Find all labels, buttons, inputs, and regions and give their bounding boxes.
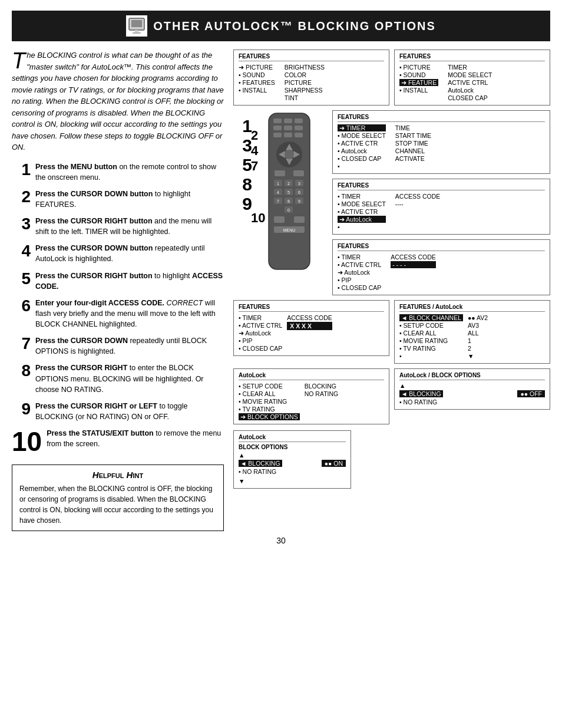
final-panel-row: AutoLock BLOCK OPTIONS ▲ ◄ BLOCKING ●● O…	[233, 430, 550, 489]
svg-rect-11	[273, 133, 282, 137]
panel-abo-movie: • MOVIE RATING	[239, 398, 300, 405]
panel-xx-timer: • TIMER	[239, 314, 282, 321]
step-5: 5 Press the CURSOR RIGHT button to highl…	[12, 271, 224, 292]
svg-rect-20	[275, 170, 285, 176]
panel-fa-active: • ACTIVE CTR	[338, 208, 386, 215]
remote-svg: 1 2 3 4 5 6 7 8	[257, 110, 322, 275]
step-content-8: Press the CURSOR RIGHT to enter the BLOC…	[35, 363, 224, 394]
panel-bc-2: 2	[468, 345, 488, 352]
step-content-7: Press the CURSOR DOWN repeatedly until B…	[35, 335, 224, 357]
panel-boo-no-rating: • NO RATING	[399, 398, 545, 406]
panel2-install: • INSTALL	[399, 87, 438, 94]
hint-title-text: Helpful Hint	[92, 470, 143, 480]
svg-rect-8	[273, 126, 282, 130]
panel-bon-up: ▲	[239, 452, 346, 459]
svg-text:9: 9	[298, 199, 300, 203]
panel-abo-tv: • TV RATING	[239, 406, 300, 413]
step-num-5: 5	[12, 271, 31, 287]
panel-fa-autolock-hl: ➜ AutoLock	[338, 216, 386, 223]
panel-fad-access-dashes: - - - -	[391, 261, 435, 268]
step-10: 10 Press the STATUS/EXIT button to remov…	[12, 428, 224, 455]
right-panels-stack: FEATURES ➜ TIMER • MODE SELECT • ACTIVE …	[332, 110, 550, 295]
step-content-9: Press the CURSOR RIGHT or LEFT to toggle…	[35, 401, 224, 422]
page-number: 30	[12, 536, 550, 545]
panel-xx-lbl: ACCESS CODE	[287, 314, 332, 321]
panel-ft-channel: CHANNEL	[395, 147, 431, 154]
panel-boo-off-val: ●● OFF	[517, 390, 545, 397]
panel-bon-down: ▼	[239, 477, 346, 485]
panel-ft-dot: •	[338, 163, 386, 170]
panel1-color: COLOR	[285, 71, 325, 78]
panel-features-xxxx: FEATURES • TIMER • ACTIVE CTRL ➜ AutoLoc…	[233, 300, 389, 356]
svg-text:8: 8	[287, 199, 290, 203]
header-icon	[126, 15, 147, 37]
panel-xx-title: FEATURES	[239, 304, 384, 312]
panel-bc-tv: • TV RATING	[399, 345, 463, 352]
panel2-picture: • PICTURE	[399, 64, 438, 71]
svg-rect-7	[295, 118, 303, 123]
svg-rect-6	[284, 118, 292, 123]
panel-abo-title: AutoLock	[239, 372, 384, 380]
svg-text:MENU: MENU	[283, 228, 296, 232]
svg-rect-5	[273, 118, 282, 123]
svg-point-19	[285, 150, 294, 159]
panel-autolock-block-opts: AutoLock • SETUP CODE • CLEAR ALL • MOVI…	[233, 368, 389, 424]
panel-abo-block-opts-hl: ➜ BLOCK OPTIONS	[239, 413, 300, 420]
step-9: 9 Press the CURSOR RIGHT or LEFT to togg…	[12, 401, 224, 422]
right-column: FEATURES ➜ PICTURE • SOUND • FEATURES • …	[233, 50, 550, 531]
svg-text:7: 7	[277, 199, 279, 203]
svg-rect-13	[295, 133, 303, 137]
hint-title: Helpful Hint	[19, 470, 216, 480]
svg-text:1: 1	[277, 182, 279, 186]
panel-xx-val: X X X X	[287, 322, 332, 330]
panel-features-picture: FEATURES ➜ PICTURE • SOUND • FEATURES • …	[233, 50, 389, 106]
page-header: Other AutoLock™ Blocking Options	[12, 11, 550, 41]
step-num-4: 4	[12, 243, 31, 259]
panel2-title: FEATURES	[399, 53, 545, 61]
hint-box: Helpful Hint Remember, when the BLOCKING…	[12, 465, 224, 531]
step-7: 7 Press the CURSOR DOWN repeatedly until…	[12, 335, 224, 357]
svg-text:0: 0	[287, 208, 290, 212]
step-overlay-10: 10	[251, 210, 265, 226]
page: Other AutoLock™ Blocking Options T he BL…	[0, 0, 562, 728]
panel-xx-pip: • PIP	[239, 337, 282, 344]
step-3: 3 Press the CURSOR RIGHT button and the …	[12, 216, 224, 237]
panel-ft-mode: • MODE SELECT	[338, 132, 386, 139]
panel1-picture: ➜ PICTURE	[239, 64, 275, 71]
panel-fa-access-val: ----	[395, 200, 440, 207]
panel1-sharpness: SHARPNESS	[285, 87, 325, 94]
panel-bon-title: AutoLock	[239, 434, 346, 442]
steps-list: 1 Press the MENU button on the remote co…	[12, 162, 224, 456]
panel-fad-timer: • TIMER	[338, 253, 381, 261]
panel1-title: FEATURES	[239, 53, 384, 61]
panel-block-opts-on: AutoLock BLOCK OPTIONS ▲ ◄ BLOCKING ●● O…	[233, 430, 351, 489]
panel-features-access-dashes: FEATURES • TIMER • ACTIVE CTRL ➜ AutoLoc…	[332, 239, 550, 295]
panel-boo-blocking: ▲	[399, 382, 545, 389]
intro-text: he BLOCKING control is what can be thoug…	[12, 51, 224, 151]
panel1-tint: TINT	[285, 94, 325, 101]
intro-paragraph: T he BLOCKING control is what can be tho…	[12, 50, 224, 153]
step-content-3: Press the CURSOR RIGHT button and the me…	[35, 216, 224, 237]
panel-ft-stop: STOP TIME	[395, 140, 431, 147]
panel-boo-blocking-hl: ◄ BLOCKING	[399, 390, 443, 397]
panel1-picture-r: PICTURE	[285, 79, 325, 86]
step-num-9: 9	[12, 401, 31, 417]
step-content-5: Press the CURSOR RIGHT button to highlig…	[35, 271, 224, 292]
panel-fa-mode: • MODE SELECT	[338, 200, 386, 207]
panel-ft-closed: • CLOSED CAP	[338, 155, 386, 162]
panel-bc-arrow-down: ▼	[468, 353, 488, 360]
svg-rect-1	[131, 20, 142, 27]
svg-rect-12	[284, 133, 292, 137]
panel-boo-title: AutoLock / BLOCK OPTIONS	[399, 372, 545, 380]
panel2-mode-select: MODE SELECT	[448, 71, 492, 78]
step-content-4: Press the CURSOR DOWN button repeatedly …	[35, 243, 224, 264]
svg-text:2: 2	[287, 182, 290, 186]
panel1-brightness: BRIGHTNESS	[285, 64, 325, 71]
panel2-sound: • SOUND	[399, 71, 438, 78]
panel-ft-timer-hl: ➜ TIMER	[338, 124, 386, 131]
step-num-7: 7	[12, 335, 31, 352]
drop-cap: T	[12, 50, 25, 72]
step-8: 8 Press the CURSOR RIGHT to enter the BL…	[12, 363, 224, 394]
panel-fa-closed: •	[338, 223, 386, 230]
panel-fad-closed: • CLOSED CAP	[338, 284, 381, 291]
